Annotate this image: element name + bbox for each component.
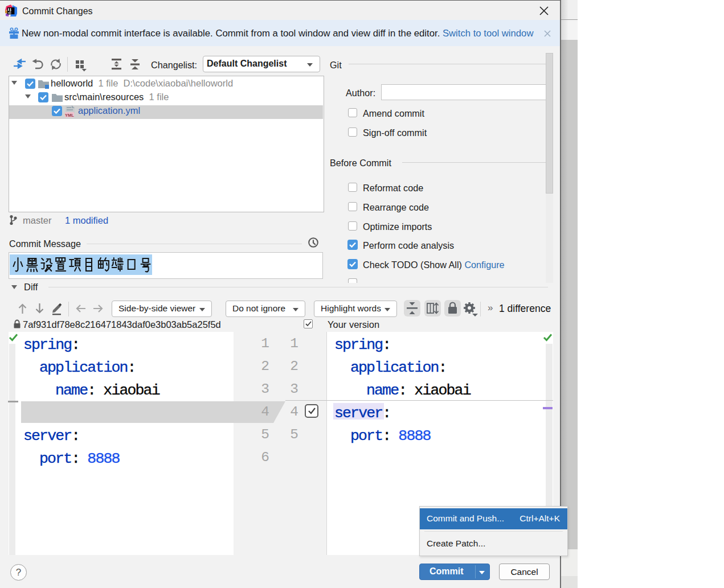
svg-text:YML: YML: [65, 113, 74, 118]
